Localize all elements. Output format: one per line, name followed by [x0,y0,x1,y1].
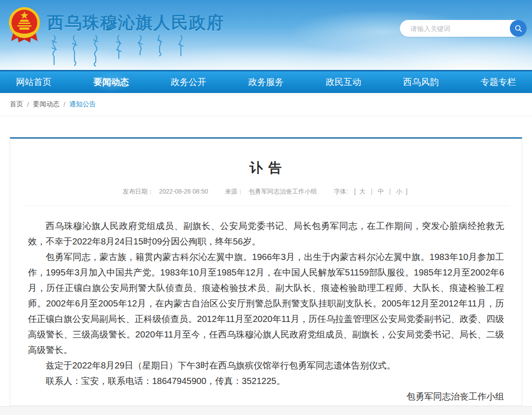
nav-item-special-topics[interactable]: 专题专栏 [478,71,519,93]
article-paragraph: 联系人：宝安，联系电话：18647945900，传真：3521225。 [28,373,504,389]
search-input[interactable] [410,20,503,37]
font-size-small-button[interactable]: 小 [396,188,402,195]
article-meta: 发布日期： 2022-08-26 08:50 来源： 包勇军同志治丧工作小组 字… [10,188,522,196]
article-paragraph: 西乌珠穆沁旗人民政府党组成员、副旗长、公安局党委书记、局长包勇军同志，在工作期间… [28,218,504,249]
breadcrumb-news[interactable]: 要闻动态 [33,100,59,109]
site-title[interactable]: 西乌珠穆沁旗人民政府 [47,12,224,34]
font-size-label: 字体: [334,188,348,195]
font-bracket-open: [ [354,188,356,195]
nav-item-interaction[interactable]: 政民互动 [323,71,364,93]
article-card: 讣 告 发布日期： 2022-08-26 08:50 来源： 包勇军同志治丧工作… [10,137,522,406]
article-body: 西乌珠穆沁旗人民政府党组成员、副旗长、公安局党委书记、局长包勇军同志，在工作期间… [10,206,522,406]
breadcrumb: 首页 / 要闻动态 / 通知公告 [0,93,532,116]
national-emblem-icon [8,6,41,44]
publish-date-value: 2022-08-26 08:50 [159,188,208,195]
nav-item-local-culture[interactable]: 西乌风韵 [400,71,441,93]
search-button[interactable] [510,20,527,37]
font-bracket-close: ] [406,188,407,195]
nav-item-news[interactable]: 要闻动态 [91,71,132,93]
source-value: 包勇军同志治丧工作小组 [249,188,317,195]
mongolian-script-subtitle [51,35,184,68]
font-pipe: | [371,188,372,195]
breadcrumb-notices[interactable]: 通知公告 [69,100,96,109]
font-size-large-button[interactable]: 大 [360,188,366,195]
main-nav: 网站首页 要闻动态 政务公开 政务服务 政民互动 西乌风韵 专题专栏 [0,70,532,93]
article-date: 2022年8月25日 [28,404,504,406]
national-emblem-logo[interactable] [8,6,41,44]
article-paragraph: 包勇军同志，蒙古族，籍贯内蒙古科尔沁左翼中旗。1966年3月，出生于内蒙古科尔沁… [28,249,504,358]
nav-item-home[interactable]: 网站首页 [13,71,54,93]
nav-item-gov-affairs[interactable]: 政务公开 [168,71,209,93]
search-icon [514,24,522,32]
article-title: 讣 告 [10,159,522,177]
page-footer-strip [0,406,532,415]
breadcrumb-home[interactable]: 首页 [10,100,23,109]
breadcrumb-separator: / [27,101,29,108]
source-label: 来源： [225,188,243,195]
font-pipe: | [389,188,391,195]
publish-date-label: 发布日期： [123,188,154,195]
breadcrumb-separator: / [63,101,65,108]
nav-item-gov-services[interactable]: 政务服务 [246,71,286,93]
article-paragraph: 兹定于2022年8月29日（星期日）下午3时在西乌旗殡仪馆举行包勇军同志遗体告别… [28,358,504,373]
site-header: 西乌珠穆沁旗人民政府 [0,0,532,70]
search-box [400,20,527,37]
article-signature: 包勇军同志治丧工作小组 [28,389,504,404]
font-size-medium-button[interactable]: 中 [378,188,384,195]
